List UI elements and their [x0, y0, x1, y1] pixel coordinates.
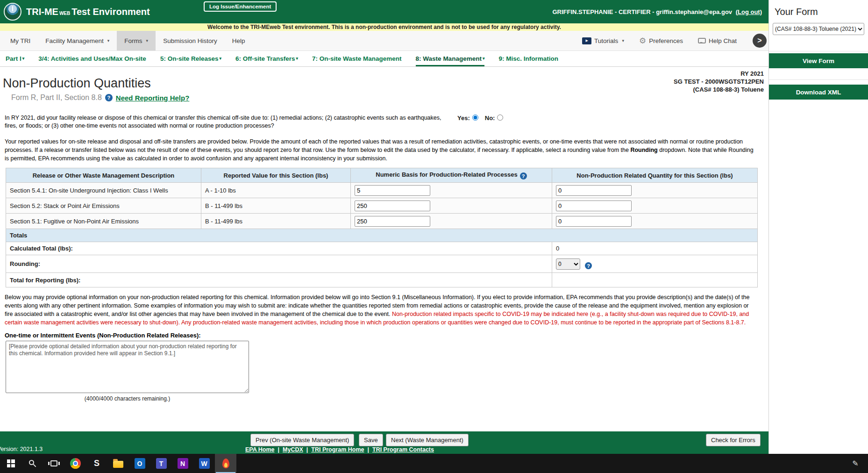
- section-label: 9: Misc. Information: [498, 55, 558, 62]
- need-reporting-help-link[interactable]: Need Reporting Help?: [116, 94, 190, 102]
- link-separator: [306, 446, 308, 453]
- task-view-button[interactable]: [43, 454, 64, 473]
- gear-icon: [639, 36, 646, 46]
- non-production-input[interactable]: [556, 201, 632, 211]
- taskbar-search-button[interactable]: [21, 454, 43, 473]
- question-text: In RY 2021, did your facility release or…: [5, 114, 446, 130]
- events-label: One-time or Intermittent Events (Non-Pro…: [5, 332, 768, 339]
- numeric-basis-input[interactable]: [355, 201, 430, 211]
- prev-button[interactable]: Prev (On-site Waste Management): [250, 434, 354, 446]
- non-production-input[interactable]: [556, 216, 632, 227]
- chemical-name: (CAS# 108-88-3) Toluene: [674, 86, 764, 93]
- events-textarea[interactable]: [6, 341, 249, 393]
- screen: TRI-MEWEBTest Environment Log Issue/Enha…: [0, 0, 868, 473]
- epa-home-link[interactable]: EPA Home: [245, 446, 275, 453]
- nav-my-tri[interactable]: My TRI: [3, 31, 38, 50]
- nav-tutorials[interactable]: Tutorials: [575, 31, 632, 50]
- user-info: GRIFFIN.STEPHANIE - CERTIFIER - griffin.…: [552, 8, 768, 15]
- download-xml-button[interactable]: Download XML: [769, 85, 868, 100]
- taskbar-active-app-button[interactable]: [215, 454, 236, 473]
- chat-bubble-icon: [698, 38, 706, 43]
- next-button[interactable]: Next (Waste Management): [386, 434, 469, 446]
- question-row: In RY 2021, did your facility release or…: [5, 114, 768, 130]
- no-radio[interactable]: [497, 115, 503, 121]
- nav-help[interactable]: Help: [225, 31, 253, 50]
- nav-submission-history[interactable]: Submission History: [156, 31, 225, 50]
- numeric-basis-input[interactable]: [355, 216, 430, 227]
- section-3-4-activities[interactable]: 3/4: Activities and Uses/Max On-site: [38, 51, 146, 66]
- nav-label: My TRI: [10, 37, 30, 44]
- nav-forms[interactable]: Forms: [117, 31, 156, 50]
- nav-expand-arrow-button[interactable]: [753, 34, 767, 48]
- search-icon: [29, 460, 34, 465]
- rounding-select[interactable]: 0: [556, 258, 580, 270]
- link-separator: [278, 446, 280, 453]
- totals-header-row: Totals: [6, 229, 758, 242]
- taskbar-outlook-button[interactable]: [129, 454, 150, 473]
- footer-links: EPA Home MyCDX TRI Program Home TRI Prog…: [245, 446, 434, 453]
- nav-label: Tutorials: [594, 37, 618, 44]
- word-icon: [199, 458, 210, 469]
- total-for-reporting-label: Total for Reporting (lbs):: [6, 273, 552, 287]
- numeric-basis-input[interactable]: [355, 185, 430, 196]
- taskbar-onenote-button[interactable]: [172, 454, 193, 473]
- tri-program-contacts-link[interactable]: TRI Program Contacts: [372, 446, 434, 453]
- section-6-offsite-transfers[interactable]: 6: Off-site Transfers: [235, 51, 298, 66]
- table-row: Section 5.1: Fugitive or Non-Point Air E…: [6, 214, 758, 229]
- col-header-text: Numeric Basis for Production-Related Pro…: [376, 171, 517, 178]
- help-question-icon[interactable]: [520, 172, 527, 179]
- environment-name: Test Environment: [71, 7, 149, 17]
- start-button[interactable]: [0, 454, 21, 473]
- section-7-onsite-waste-management[interactable]: 7: On-site Waste Management: [312, 51, 402, 66]
- onenote-icon: [178, 458, 188, 469]
- form-meta: RY 2021 SG TEST - 2000WSGTST12PEN (CAS# …: [674, 70, 764, 93]
- row-reported-value: B - 11-499 lbs: [201, 214, 351, 229]
- row-description: Section 5.4.1: On-site Underground Injec…: [6, 183, 201, 198]
- app-name: TRI-ME: [26, 7, 58, 17]
- taskbar-teams-button[interactable]: [150, 454, 172, 473]
- calculated-total-label: Calculated Total (lbs):: [6, 242, 552, 255]
- footer-bar: Prev (On-site Waste Management) Save Nex…: [0, 431, 768, 454]
- col-header-reported-value: Reported Value for this Section (lbs): [201, 168, 351, 183]
- logout-link[interactable]: (Log out): [736, 8, 762, 15]
- nav-label: Facility Management: [45, 37, 104, 44]
- save-button[interactable]: Save: [359, 434, 383, 446]
- taskbar-chrome-button[interactable]: [64, 454, 86, 473]
- table-row: Section 5.2: Stack or Point Air Emission…: [6, 198, 758, 214]
- total-for-reporting-row: Total for Reporting (lbs):: [6, 273, 758, 287]
- nav-facility-management[interactable]: Facility Management: [38, 31, 117, 50]
- taskbar-word-button[interactable]: [193, 454, 215, 473]
- teams-icon: [156, 458, 167, 469]
- help-question-icon: [105, 94, 113, 101]
- nav-preferences[interactable]: Preferences: [632, 31, 690, 50]
- check-for-errors-button[interactable]: Check for Errors: [706, 434, 761, 446]
- section-5-onsite-releases[interactable]: 5: On-site Releases: [160, 51, 221, 66]
- taskbar-s-app-button[interactable]: [86, 454, 107, 473]
- characters-remaining: (4000/4000 characters remaining.): [6, 395, 249, 402]
- nav-help-chat[interactable]: Help Chat: [690, 31, 744, 50]
- task-view-icon: [50, 460, 57, 466]
- section-8-waste-management[interactable]: 8: Waste Management: [416, 51, 485, 66]
- page-title: Non-Production Quantities: [3, 76, 189, 91]
- col-header-numeric-basis: Numeric Basis for Production-Related Pro…: [351, 168, 552, 183]
- non-production-table: Release or Other Waste Management Descri…: [6, 168, 758, 287]
- mycdx-link[interactable]: MyCDX: [283, 446, 303, 453]
- log-issue-button[interactable]: Log Issue/Enhancement: [204, 1, 277, 12]
- taskbar-file-explorer-button[interactable]: [107, 454, 129, 473]
- windows-ink-button[interactable]: [845, 454, 866, 473]
- calculated-total-row: Calculated Total (lbs): 0: [6, 242, 758, 255]
- intro-bold-word: Rounding: [630, 147, 657, 153]
- tri-program-home-link[interactable]: TRI Program Home: [311, 446, 364, 453]
- section-9-misc-information[interactable]: 9: Misc. Information: [498, 51, 558, 66]
- section-part-1[interactable]: Part I: [6, 51, 24, 66]
- section-label: Part I: [6, 55, 21, 62]
- view-form-button[interactable]: View Form: [769, 53, 868, 68]
- app-name-suffix: WEB: [59, 11, 70, 16]
- yes-radio[interactable]: [472, 115, 478, 121]
- nav-label: Help Chat: [709, 37, 737, 44]
- section-label: 6: Off-site Transfers: [235, 55, 295, 62]
- help-question-icon[interactable]: [585, 262, 592, 269]
- nav-label: Submission History: [163, 37, 217, 44]
- non-production-input[interactable]: [556, 185, 632, 196]
- form-select[interactable]: (CAS# 108-88-3) Toluene (2021): [773, 23, 864, 35]
